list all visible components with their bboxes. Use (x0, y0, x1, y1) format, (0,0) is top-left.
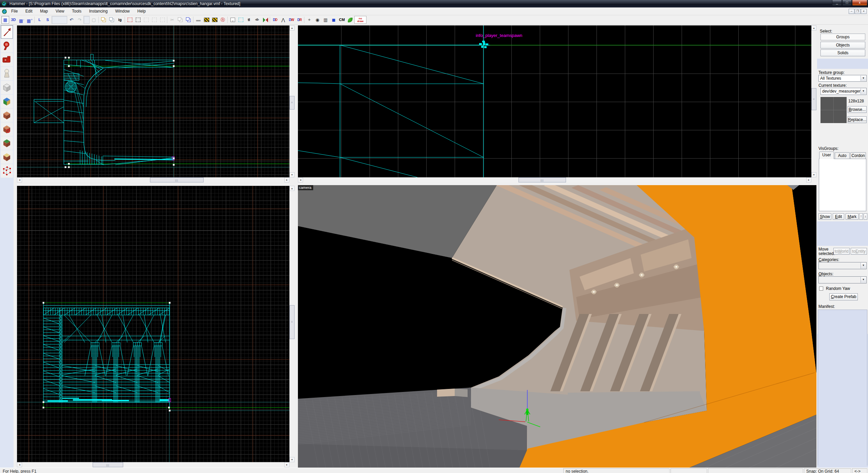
categories-combo[interactable]: ▼ (818, 262, 867, 269)
redo-button[interactable]: ↷ (76, 16, 83, 24)
foliage-button[interactable] (346, 16, 354, 24)
vertical-scrollbar[interactable]: ▴≡▾ (811, 25, 816, 177)
toggle-grid-button[interactable]: ▦ (1, 16, 9, 24)
browse-button[interactable]: Browse... (848, 106, 867, 113)
ungroup-button[interactable] (108, 16, 116, 24)
paste-button[interactable] (185, 16, 192, 24)
menu-edit[interactable]: Edit (22, 7, 36, 15)
tab-cordon[interactable]: Cordon (850, 152, 866, 159)
close-button[interactable]: x (852, 0, 867, 6)
create-prefab-button[interactable]: Create Prefab (829, 293, 858, 300)
replace-button[interactable]: Replace... (848, 116, 867, 123)
dropdown-arrow-icon[interactable]: ▼ (861, 88, 866, 94)
tab-auto[interactable]: Auto (835, 152, 850, 159)
disp-remove-button[interactable]: DR (296, 16, 303, 24)
select-box-mode-button[interactable] (229, 16, 237, 24)
apply-texture-tool[interactable] (1, 109, 13, 122)
selection-tool[interactable] (1, 25, 13, 39)
objects-combo[interactable]: ▼ (818, 276, 867, 283)
ignore-groups-button[interactable]: ig (116, 16, 124, 24)
apply-decals-tool[interactable] (1, 122, 13, 136)
clipping-tool[interactable] (1, 150, 13, 164)
visgroups-list[interactable] (819, 159, 866, 211)
select-mode-2-button[interactable] (150, 16, 158, 24)
larger-grid-button[interactable]: ▦+ (26, 16, 34, 24)
mdi-minimize-button[interactable]: – (849, 9, 854, 14)
menu-tools[interactable]: Tools (69, 7, 84, 15)
carve-button[interactable]: ▢ (90, 16, 98, 24)
horizontal-scrollbar[interactable]: ◂|||▸ (17, 462, 289, 467)
fade-preview-button[interactable]: ◼ (330, 16, 338, 24)
disp-solid-button[interactable]: DD (271, 16, 279, 24)
viewport-2d-top[interactable]: ◂|||▸▴≡▾ (17, 25, 295, 182)
mdi-restore-button[interactable]: ❐ (855, 9, 861, 14)
menu-window[interactable]: Window (112, 7, 133, 15)
to-entity-button[interactable]: toEntity (851, 248, 867, 255)
dropdown-arrow-icon[interactable]: ▼ (861, 76, 866, 81)
viewport-2d-front[interactable]: info_player_teamspawn◂|||▸▴≡▾ (298, 25, 816, 182)
minimize-button[interactable]: _ (832, 0, 842, 6)
toggle-3d-grid-button[interactable]: 3D (10, 16, 17, 24)
texture-group-combo[interactable]: All Textures▼ (818, 75, 867, 82)
menu-view[interactable]: View (53, 7, 68, 15)
load-window-state-button[interactable]: L (36, 16, 43, 24)
viewport-3d-camera[interactable]: camera (298, 185, 816, 468)
undo-button[interactable]: ↶ (68, 16, 75, 24)
vertical-scrollbar[interactable]: ▴≡▾ (289, 25, 295, 177)
menu-map[interactable]: Map (37, 7, 51, 15)
texture-preview (820, 97, 847, 123)
current-texture-combo[interactable]: dev/dev_measuregene▼ (820, 88, 867, 95)
menu-file[interactable]: File (8, 7, 21, 15)
maximize-button[interactable]: □ (842, 0, 852, 6)
smaller-grid-button[interactable]: ▦- (18, 16, 25, 24)
group-button[interactable] (100, 16, 108, 24)
select-inside-button[interactable] (134, 16, 142, 24)
radius-culling-button[interactable]: Ⓡ (219, 16, 227, 24)
disp-walkable-button[interactable]: DW (287, 16, 295, 24)
overlay-tool[interactable] (1, 136, 13, 150)
magnetic-select-button[interactable] (237, 16, 245, 24)
select-groups-button[interactable]: Groups (820, 34, 865, 40)
save-window-state-button[interactable]: S (44, 16, 52, 24)
cordon-edit-button[interactable] (203, 16, 210, 24)
horizontal-scrollbar[interactable]: ◂|||▸ (17, 177, 289, 182)
select-solids-button[interactable]: Solids (820, 50, 865, 56)
magnify-tool[interactable] (1, 39, 13, 53)
block-tool[interactable] (1, 81, 13, 94)
texture-lock-button[interactable]: tl (245, 16, 253, 24)
disp-3d-button[interactable]: ⋀ (279, 16, 287, 24)
texture-scale-lock-button[interactable]: ‹tl› (253, 16, 261, 24)
show-button[interactable]: Show (818, 213, 831, 220)
viewport-2d-side[interactable]: ◂|||▸▴≡▾ (17, 186, 295, 467)
menu-instancing[interactable]: Instancing (86, 7, 111, 15)
menu-help[interactable]: Help (134, 7, 149, 15)
visgroup-down-button[interactable]: ↓ (864, 213, 867, 220)
entity-tool[interactable] (1, 67, 13, 80)
select-mode-3-button[interactable] (158, 16, 166, 24)
visgroup-up-button[interactable]: ↑ (859, 213, 863, 220)
cm-button[interactable]: CM (338, 16, 346, 24)
select-touching-button[interactable] (126, 16, 134, 24)
copy-button[interactable] (176, 16, 184, 24)
no-draw-button[interactable]: nodraw (354, 16, 366, 24)
edit-button[interactable]: Edit (833, 213, 844, 220)
tab-user[interactable]: User (819, 152, 834, 159)
run-map-button[interactable]: ✦ (305, 16, 313, 24)
vertical-scrollbar[interactable]: ▴≡▾ (289, 186, 295, 462)
cordon-state-button[interactable]: ▬ (194, 16, 202, 24)
toggle-textures-tool[interactable] (1, 95, 13, 108)
to-world-button[interactable]: toWorld (833, 248, 850, 255)
random-yaw-checkbox[interactable] (819, 287, 823, 291)
sphere-button[interactable]: ◉ (314, 16, 321, 24)
select-mode-1-button[interactable] (142, 16, 150, 24)
horizontal-scrollbar[interactable]: ◂|||▸ (298, 177, 811, 182)
camera-tool[interactable] (1, 53, 13, 66)
select-objects-button[interactable]: Objects (820, 42, 865, 48)
cordon-toggle-button[interactable] (211, 16, 219, 24)
mark-button[interactable]: Mark (846, 213, 858, 220)
flip-button[interactable] (261, 16, 269, 24)
cut-button[interactable]: ✂ (168, 16, 176, 24)
vertex-tool[interactable] (1, 164, 13, 178)
window-layout-button[interactable]: ▥ (322, 16, 329, 24)
mdi-close-button[interactable]: × (861, 9, 867, 14)
